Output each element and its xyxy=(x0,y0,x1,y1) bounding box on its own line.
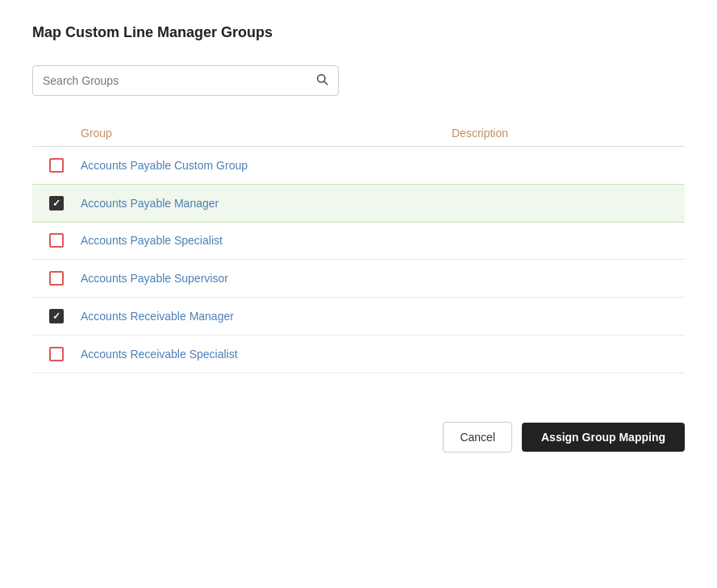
groups-table: Group Description Accounts Payable Custo… xyxy=(32,120,685,373)
group-name: Accounts Payable Manager xyxy=(81,197,452,210)
row-checkbox[interactable] xyxy=(49,309,64,323)
row-checkbox[interactable] xyxy=(49,347,64,361)
checkbox-cell xyxy=(32,271,81,286)
svg-line-1 xyxy=(324,81,327,85)
table-header: Group Description xyxy=(32,120,685,147)
search-container xyxy=(32,65,685,96)
row-checkbox[interactable] xyxy=(49,158,64,173)
assign-group-mapping-button[interactable]: Assign Group Mapping xyxy=(522,423,685,452)
table-body: Accounts Payable Custom GroupAccounts Pa… xyxy=(32,147,685,373)
header-group: Group xyxy=(81,127,452,140)
footer-buttons: Cancel Assign Group Mapping xyxy=(32,406,685,452)
cancel-button[interactable]: Cancel xyxy=(443,422,512,452)
page-title: Map Custom Line Manager Groups xyxy=(32,24,685,41)
checkbox-cell xyxy=(32,347,81,361)
table-row[interactable]: Accounts Payable Supervisor xyxy=(32,260,685,298)
checkbox-cell xyxy=(32,158,81,173)
checkbox-cell xyxy=(32,233,81,248)
group-name: Accounts Payable Custom Group xyxy=(81,159,452,172)
header-description: Description xyxy=(452,127,685,140)
group-name: Accounts Payable Specialist xyxy=(81,234,452,247)
table-row[interactable]: Accounts Receivable Manager xyxy=(32,298,685,336)
search-icon[interactable] xyxy=(315,73,328,89)
table-row[interactable]: Accounts Payable Custom Group xyxy=(32,147,685,185)
table-row[interactable]: Accounts Payable Specialist xyxy=(32,222,685,260)
row-checkbox[interactable] xyxy=(49,196,64,211)
checkbox-cell xyxy=(32,309,81,323)
group-name: Accounts Receivable Specialist xyxy=(81,348,452,361)
row-checkbox[interactable] xyxy=(49,233,64,248)
table-row[interactable]: Accounts Payable Manager xyxy=(32,184,685,223)
table-row[interactable]: Accounts Receivable Specialist xyxy=(32,336,685,373)
row-checkbox[interactable] xyxy=(49,271,64,286)
search-input-wrapper xyxy=(32,65,339,96)
group-name: Accounts Receivable Manager xyxy=(81,310,452,323)
group-name: Accounts Payable Supervisor xyxy=(81,272,452,285)
checkbox-cell xyxy=(32,196,81,211)
search-input[interactable] xyxy=(43,74,315,87)
